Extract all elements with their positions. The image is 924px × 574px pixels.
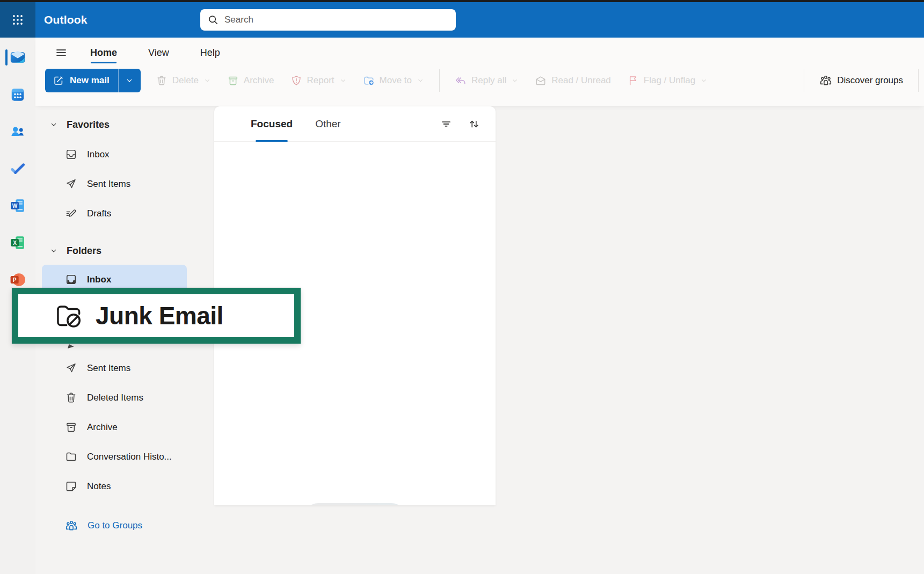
people-community-icon [819,74,832,87]
sort-button[interactable] [467,117,482,132]
send-icon [65,362,77,374]
chevron-down-icon [417,77,424,84]
chevron-down-icon [125,76,134,85]
svg-text:X: X [13,240,17,246]
empty-inbox-box [303,503,406,505]
app-header: Outlook [0,2,924,38]
send-icon [65,178,77,190]
toolbar: New mail Delete Archive [35,64,924,97]
search-icon [207,14,219,26]
rail-item-excel[interactable]: X [5,230,31,256]
folder-item-sent-items[interactable]: Sent Items [35,353,197,383]
inbox-icon [65,273,77,286]
compose-icon [53,75,64,86]
favorite-item-inbox[interactable]: Inbox [35,140,197,169]
tab-focused[interactable]: Focused [249,106,295,142]
people-icon [10,123,26,140]
junk-folder-icon [54,301,84,331]
favorites-section-header[interactable]: Favorites [35,114,197,135]
calendar-icon [10,86,26,103]
outlook-mail-icon [9,49,26,66]
trash-icon [156,75,168,86]
flag-unflag-button[interactable]: Flag / Unflag [626,69,709,92]
filter-button[interactable] [439,117,454,132]
move-to-button[interactable]: Move to [362,69,425,92]
search-input[interactable] [219,9,456,31]
chevron-down-icon [511,77,519,84]
active-tab-underline [256,140,288,142]
tab-help[interactable]: Help [199,42,221,63]
hamburger-menu-button[interactable] [50,43,72,62]
search-box [200,9,456,31]
message-list-tab-row: Focused Other [214,106,496,142]
empty-inbox-illustration [303,503,406,505]
chevron-down-icon [49,246,58,255]
folder-item-deleted-items[interactable]: Deleted Items [35,383,197,412]
shield-warning-icon [290,75,302,86]
folders-section-header[interactable]: Folders [35,240,197,261]
tab-home[interactable]: Home [89,42,118,63]
folder-icon [65,451,77,463]
folder-item-conversation-history[interactable]: Conversation Histo... [35,442,197,471]
archive-button[interactable]: Archive [226,69,275,92]
new-mail-dropdown-button[interactable] [118,69,141,92]
flag-icon [627,75,639,86]
go-to-groups-link[interactable]: Go to Groups [35,511,197,540]
chevron-down-icon [339,77,347,84]
drafts-icon [65,207,77,220]
menu-row: Home View Help [35,42,221,63]
chevron-down-icon [700,77,708,84]
mail-read-icon [535,75,547,86]
toolbar-separator [918,69,919,92]
menu-tabs: Home View Help [89,42,221,63]
todo-check-icon [10,161,26,177]
callout-label: Junk Email [96,301,223,330]
rail-item-mail[interactable] [5,45,31,70]
svg-text:P: P [13,277,17,283]
report-button[interactable]: Report [289,69,348,92]
rail-item-todo[interactable] [5,156,31,181]
toolbar-separator [439,69,440,92]
trash-icon [65,391,77,404]
delete-button[interactable]: Delete [155,69,212,92]
new-mail-button[interactable]: New mail [45,69,118,92]
favorite-item-sent-items[interactable]: Sent Items [35,169,197,199]
rail-item-people[interactable] [5,119,31,144]
folder-item-notes[interactable]: Notes [35,471,197,501]
discover-groups-button[interactable]: Discover groups [818,69,904,92]
drafts-icon-clipped [67,344,76,349]
rail-item-calendar[interactable] [5,82,31,107]
message-list-tools [439,117,482,132]
hamburger-icon [55,46,68,59]
tab-other[interactable]: Other [313,106,343,142]
rail-item-word[interactable]: W [5,193,31,219]
filter-icon [440,118,453,130]
app-title: Outlook [44,2,88,38]
powerpoint-icon: P [10,272,26,288]
chevron-down-icon [203,77,211,84]
reply-all-icon [455,75,467,86]
note-icon [65,480,77,492]
active-tab-underline [91,62,117,63]
sort-icon [468,118,481,130]
junk-email-callout: Junk Email [12,288,301,344]
archive-icon [227,75,239,86]
excel-icon: X [10,235,26,251]
svg-text:W: W [12,203,18,209]
archive-icon [65,421,77,433]
new-mail-split-button: New mail [45,69,141,92]
app-launcher-button[interactable] [0,2,35,38]
reply-all-button[interactable]: Reply all [454,69,520,92]
people-community-icon [65,519,78,532]
word-icon: W [10,198,26,214]
tab-view[interactable]: View [147,42,170,63]
folder-arrow-icon [363,75,375,86]
inbox-icon [65,148,77,161]
chevron-down-icon [49,120,58,129]
outlook-window: Outlook [0,0,924,574]
waffle-icon [11,13,25,27]
favorite-item-drafts[interactable]: Drafts [35,199,197,228]
read-unread-button[interactable]: Read / Unread [534,69,612,92]
toolbar-separator [804,69,804,92]
folder-item-archive[interactable]: Archive [35,412,197,442]
